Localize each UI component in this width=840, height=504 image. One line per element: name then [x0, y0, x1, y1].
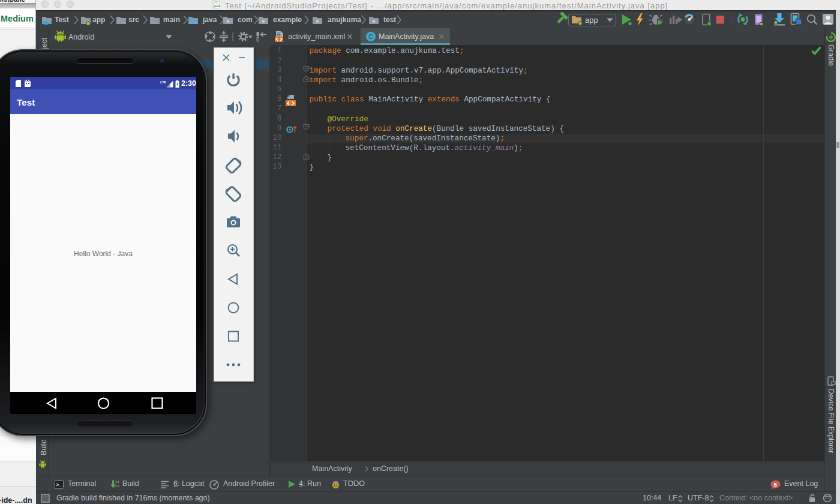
svg-text:01: 01	[115, 480, 119, 484]
svg-text:app: app	[585, 16, 598, 25]
svg-text:5: 5	[773, 481, 777, 488]
svg-text:10: 10	[115, 484, 119, 488]
svg-text:C: C	[368, 33, 373, 40]
svg-text:LTE: LTE	[160, 80, 166, 84]
svg-text:>_: >_	[56, 482, 62, 488]
svg-text:java: java	[213, 4, 221, 8]
svg-text:Android: Android	[68, 33, 94, 41]
